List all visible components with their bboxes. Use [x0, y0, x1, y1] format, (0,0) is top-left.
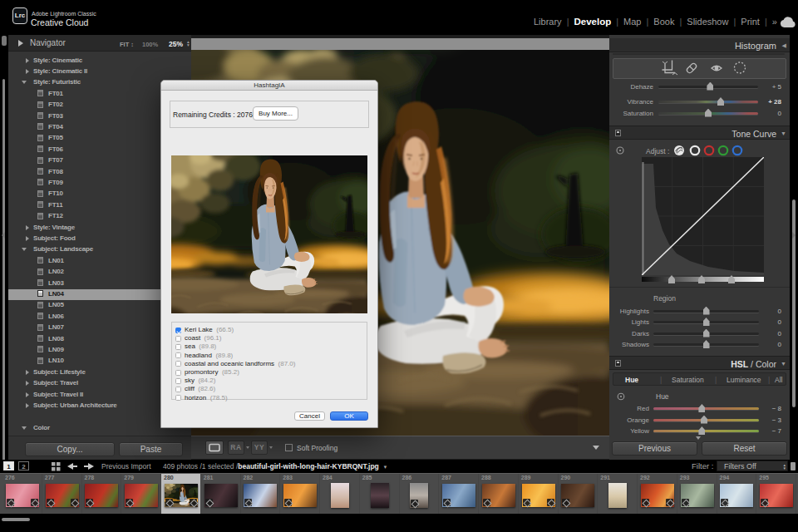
svg-text:Adjust :: Adjust : — [646, 147, 669, 155]
